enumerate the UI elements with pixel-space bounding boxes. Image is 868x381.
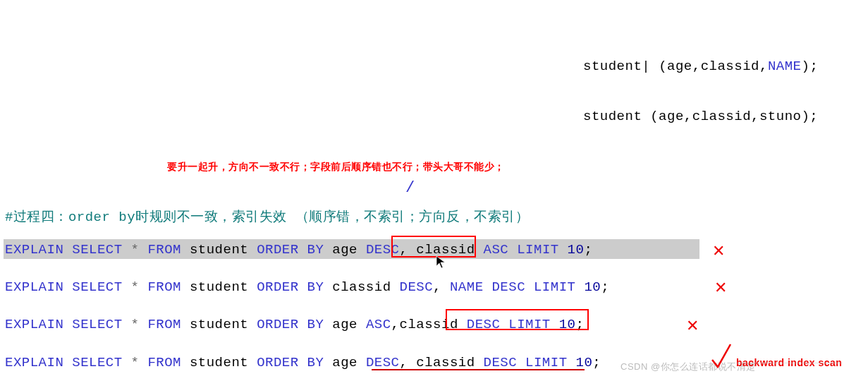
cursor-icon: [436, 255, 446, 270]
columns-open: (age,classid,: [650, 59, 768, 74]
check-icon: [711, 342, 732, 370]
student-text: student: [583, 59, 642, 74]
x-mark-icon: ✕: [686, 317, 699, 335]
dangling-char: /: [405, 179, 415, 197]
red-box-1: [391, 236, 476, 258]
sql-line-1: EXPLAIN SELECT * FROM student ORDER BY a…: [5, 242, 592, 258]
comment-line: #过程四：order by时规则不一致，索引失效 （顺序错，不索引；方向反，不索…: [5, 207, 529, 226]
x-mark-icon: ✕: [712, 242, 726, 260]
red-underline-4: [372, 369, 585, 370]
x-mark-icon: ✕: [714, 279, 728, 297]
sql-line-2: EXPLAIN SELECT * FROM student ORDER BY c…: [5, 279, 609, 295]
text-cursor: |: [642, 59, 650, 74]
annotation-backward-scan: backward index scan: [736, 357, 842, 368]
student-def-2: student (age,classid,stuno);: [583, 109, 818, 124]
sql-line-4: EXPLAIN SELECT * FROM student ORDER BY a…: [5, 355, 601, 370]
red-box-3: [446, 309, 589, 330]
student-text-2: student (age,classid,stuno);: [583, 109, 818, 124]
watermark-text: CSDN @你怎么连话都说不清楚: [621, 361, 756, 373]
student-def-1: student| (age,classid,NAME);: [583, 59, 818, 74]
red-annotation: 要升一起升，方向不一致不行；字段前后顺序错也不行；带头大哥不能少；: [167, 161, 505, 174]
columns-close: );: [801, 59, 818, 74]
name-keyword: NAME: [768, 59, 802, 74]
